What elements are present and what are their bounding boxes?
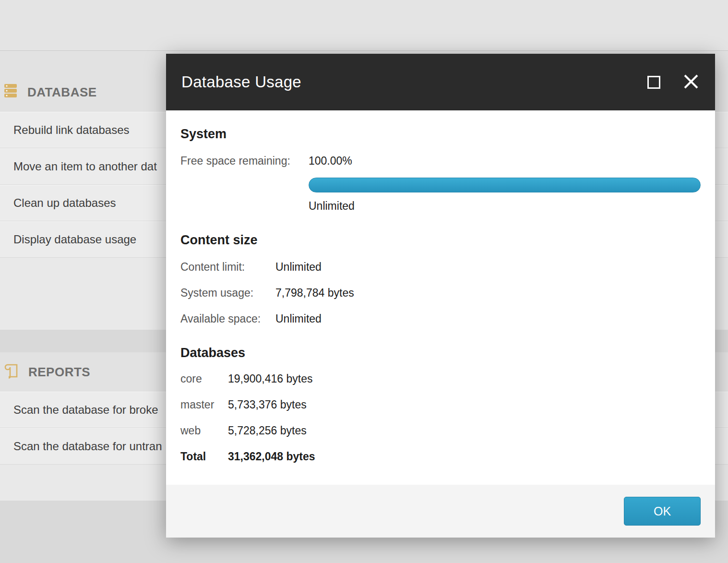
db-row-total: Total 31,362,048 bytes [180, 450, 701, 463]
available-space-value: Unlimited [275, 312, 322, 325]
dialog-header: Database Usage [166, 54, 715, 110]
free-space-caption: Unlimited [309, 200, 701, 213]
system-heading: System [180, 127, 701, 142]
close-icon [682, 73, 700, 92]
db-row-core: core 19,900,416 bytes [180, 372, 701, 385]
page: DATABASE Rebuild link databases Move an … [0, 0, 728, 563]
available-space-label: Available space: [180, 312, 275, 325]
dialog-footer: OK [166, 485, 715, 538]
db-core-value: 19,900,416 bytes [228, 372, 312, 385]
dialog-title: Database Usage [181, 73, 647, 91]
section-title-reports: REPORTS [28, 365, 90, 380]
free-space-label: Free space remaining: [180, 155, 309, 168]
available-space-row: Available space: Unlimited [180, 312, 701, 325]
maximize-icon [647, 76, 660, 89]
db-total-value: 31,362,048 bytes [228, 450, 315, 463]
database-icon [4, 83, 18, 101]
databases-heading: Databases [180, 346, 701, 360]
db-row-master: master 5,733,376 bytes [180, 398, 701, 411]
content-size-heading: Content size [180, 233, 701, 248]
db-web-value: 5,728,256 bytes [228, 424, 307, 437]
free-space-value: 100.00% [309, 155, 352, 168]
db-total-label: Total [180, 450, 228, 463]
system-usage-label: System usage: [180, 287, 275, 299]
content-limit-label: Content limit: [180, 261, 275, 274]
report-icon [4, 363, 19, 381]
maximize-button[interactable] [647, 76, 660, 89]
ok-button[interactable]: OK [624, 497, 701, 526]
section-title-database: DATABASE [27, 85, 97, 100]
system-usage-row: System usage: 7,798,784 bytes [180, 287, 701, 299]
free-space-progressbar [309, 178, 701, 192]
content-limit-value: Unlimited [275, 261, 322, 274]
free-space-row: Free space remaining: 100.00% [180, 155, 701, 168]
db-core-label: core [180, 372, 228, 385]
database-usage-dialog: Database Usage System Free space remaini… [166, 54, 715, 538]
db-row-web: web 5,728,256 bytes [180, 424, 701, 437]
dialog-body: System Free space remaining: 100.00% Unl… [166, 110, 715, 485]
db-web-label: web [180, 424, 228, 437]
close-button[interactable] [682, 73, 700, 92]
db-master-value: 5,733,376 bytes [228, 398, 307, 411]
content-limit-row: Content limit: Unlimited [180, 261, 701, 274]
db-master-label: master [180, 398, 228, 411]
system-usage-value: 7,798,784 bytes [275, 287, 354, 299]
free-space-progress-fill [309, 178, 701, 192]
